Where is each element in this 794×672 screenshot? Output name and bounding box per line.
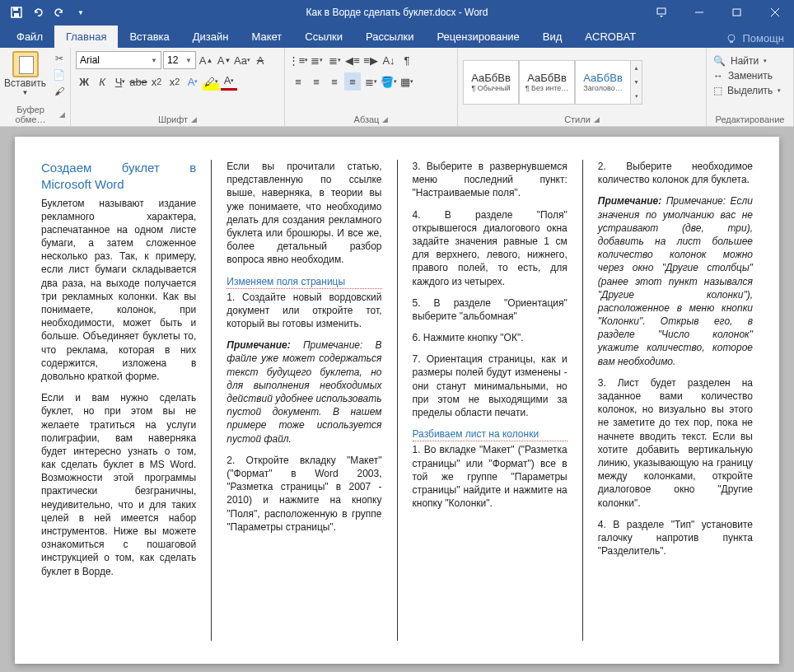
- body-text: 7. Ориентация страницы, как и размеры по…: [413, 352, 567, 419]
- italic-button[interactable]: К: [94, 72, 110, 91]
- svg-rect-2: [14, 13, 19, 17]
- body-text: 2. Откройте вкладку "Макет" ("Формат" в …: [227, 454, 381, 534]
- svg-rect-5: [733, 9, 740, 16]
- redo-button[interactable]: [49, 2, 69, 22]
- highlight-button[interactable]: 🖊▾: [203, 72, 219, 91]
- tab-file[interactable]: Файл: [5, 26, 54, 48]
- paste-button[interactable]: Вставить ▼: [3, 51, 48, 99]
- group-label: Буфер обме…: [5, 105, 56, 124]
- subscript-button[interactable]: x2: [148, 72, 165, 91]
- sort-button[interactable]: A↓: [381, 51, 397, 69]
- group-clipboard: Вставить ▼ ✂ 📄 🖌 Буфер обме…◢: [0, 48, 71, 126]
- svg-rect-9: [730, 41, 733, 43]
- ribbon: Вставить ▼ ✂ 📄 🖌 Буфер обме…◢ Arial▼ 12▼…: [0, 48, 794, 127]
- column-separator: [397, 160, 398, 641]
- tab-review[interactable]: Рецензирование: [425, 26, 530, 48]
- replace-icon: ↔: [713, 70, 723, 82]
- numbering-button[interactable]: ≣▾: [308, 51, 325, 69]
- align-center-button[interactable]: ≡: [308, 72, 325, 91]
- line-spacing-button[interactable]: ≣▾: [362, 72, 379, 91]
- note-text: Примечание: Примечание: Если значения по…: [598, 194, 753, 367]
- grow-font-button[interactable]: A▲: [198, 51, 214, 69]
- change-case-button[interactable]: Aa▾: [234, 51, 250, 69]
- qat-customize-button[interactable]: ▼: [71, 2, 91, 22]
- body-text: Буклетом называют издание рекламного хар…: [41, 197, 196, 384]
- dialog-launcher-icon[interactable]: ◢: [382, 115, 388, 124]
- increase-indent-button[interactable]: ≡▶: [362, 51, 379, 69]
- dialog-launcher-icon[interactable]: ◢: [594, 115, 600, 124]
- close-button[interactable]: [756, 0, 794, 25]
- tab-view[interactable]: Вид: [531, 26, 574, 48]
- multilevel-button[interactable]: ≣▾: [326, 51, 343, 69]
- note-text: Примечание: Примечание: В файле уже може…: [227, 338, 381, 446]
- text-effects-button[interactable]: A▾: [184, 72, 201, 91]
- show-marks-button[interactable]: ¶: [399, 51, 415, 69]
- clear-formatting-button[interactable]: A: [252, 51, 269, 69]
- select-button[interactable]: ⬚Выделить▾: [712, 84, 782, 97]
- tab-acrobat[interactable]: ACROBAT: [573, 26, 647, 48]
- replace-button[interactable]: ↔Заменить: [712, 69, 774, 82]
- dialog-launcher-icon[interactable]: ◢: [191, 115, 197, 124]
- body-text: 1. Во вкладке "Макет" ("Разметка страниц…: [413, 443, 567, 510]
- bold-button[interactable]: Ж: [76, 72, 92, 91]
- underline-button[interactable]: Ч▾: [112, 72, 128, 91]
- align-left-button[interactable]: ≡: [290, 72, 306, 91]
- group-label: Шрифт: [158, 114, 188, 124]
- body-text: 1. Создайте новый вордовский документ ил…: [227, 291, 381, 331]
- align-right-button[interactable]: ≡: [326, 72, 343, 91]
- group-paragraph: ⋮≡▾ ≣▾ ≣▾ ◀≡ ≡▶ A↓ ¶ ≡ ≡ ≡ ≡ ≣▾ 🪣▾ ▦▾ Аб…: [285, 48, 458, 126]
- paste-icon: [12, 51, 39, 77]
- tab-layout[interactable]: Макет: [240, 26, 293, 48]
- group-label: Стили: [564, 114, 591, 124]
- save-button[interactable]: [7, 2, 26, 22]
- tab-home[interactable]: Главная: [54, 26, 118, 48]
- window-title: Как в Ворде сделать буклет.docx - Word: [306, 7, 488, 18]
- tab-references[interactable]: Ссылки: [293, 26, 354, 48]
- cursor-icon: ⬚: [713, 85, 722, 96]
- body-text: 3. Лист будет разделен на заданное вами …: [598, 376, 753, 510]
- styles-expand[interactable]: ▲▼▾: [631, 60, 642, 105]
- bullets-button[interactable]: ⋮≡▾: [290, 51, 306, 69]
- maximize-button[interactable]: [718, 0, 756, 25]
- style-normal[interactable]: АаБбВв ¶ Обычный: [463, 60, 519, 105]
- font-name-combo[interactable]: Arial▼: [76, 51, 161, 69]
- section-heading: Изменяем поля страницы: [227, 275, 381, 289]
- svg-point-8: [728, 35, 735, 41]
- group-label: Редактирование: [716, 114, 785, 124]
- strikethrough-button[interactable]: abe: [130, 72, 147, 91]
- column-2: Если вы прочитали статью, представленную…: [227, 160, 381, 641]
- copy-button[interactable]: 📄: [51, 68, 68, 82]
- font-color-button[interactable]: A▾: [221, 72, 237, 91]
- style-heading1[interactable]: АаБбВв Заголово…: [575, 60, 631, 105]
- format-painter-button[interactable]: 🖌: [51, 84, 68, 99]
- tab-insert[interactable]: Вставка: [118, 26, 180, 48]
- cut-button[interactable]: ✂: [51, 51, 68, 66]
- search-icon: 🔍: [713, 55, 726, 67]
- page: Создаем буклет в Microsoft Word Буклетом…: [15, 137, 779, 664]
- font-size-combo[interactable]: 12▼: [163, 51, 196, 69]
- lightbulb-icon: [726, 33, 737, 44]
- shrink-font-button[interactable]: A▼: [216, 51, 232, 69]
- column-3: 3. Выберите в развернувшемся меню послед…: [413, 160, 567, 641]
- tab-design[interactable]: Дизайн: [181, 26, 241, 48]
- justify-button[interactable]: ≡: [344, 72, 361, 91]
- find-button[interactable]: 🔍Найти▾: [712, 54, 768, 68]
- svg-rect-1: [13, 7, 18, 11]
- column-4: 2. Выберите необходимое количество колон…: [598, 160, 753, 641]
- superscript-button[interactable]: x2: [166, 72, 183, 91]
- tell-me-help[interactable]: Помощн: [716, 29, 794, 48]
- dialog-launcher-icon[interactable]: ◢: [59, 110, 65, 119]
- body-text: 6. Нажмите кнопку "ОК".: [413, 331, 567, 344]
- undo-button[interactable]: [28, 2, 48, 22]
- body-text: 2. Выберите необходимое количество колон…: [598, 160, 753, 186]
- borders-button[interactable]: ▦▾: [399, 72, 415, 91]
- shading-button[interactable]: 🪣▾: [381, 72, 397, 91]
- tab-mailings[interactable]: Рассылки: [354, 26, 425, 48]
- minimize-button[interactable]: [680, 0, 718, 25]
- document-area[interactable]: Создаем буклет в Microsoft Word Буклетом…: [0, 127, 794, 672]
- body-text: 5. В разделе "Ориентация" выберите "альб…: [413, 296, 567, 323]
- decrease-indent-button[interactable]: ◀≡: [344, 51, 361, 69]
- ribbon-options-button[interactable]: [642, 0, 680, 25]
- group-editing: 🔍Найти▾ ↔Заменить ⬚Выделить▾ Редактирова…: [707, 48, 794, 126]
- style-no-spacing[interactable]: АаБбВв ¶ Без инте…: [519, 60, 575, 105]
